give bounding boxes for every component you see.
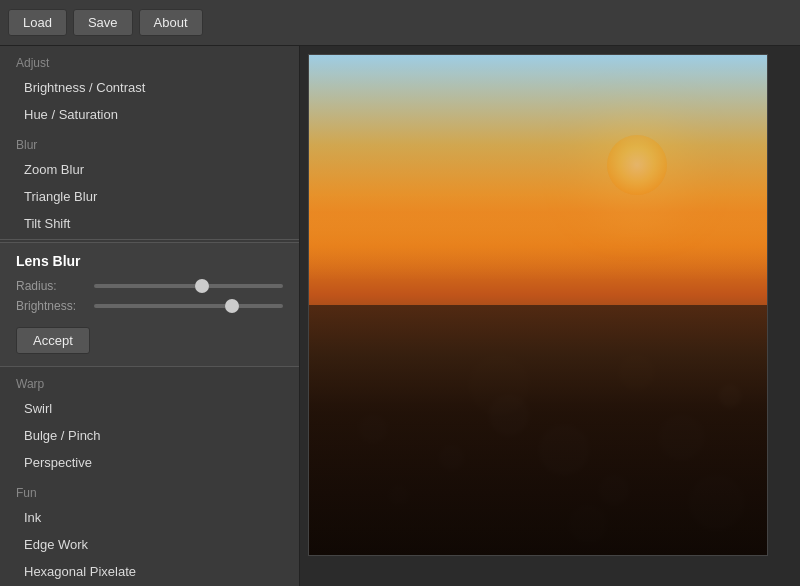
- fun-section-label: Fun: [0, 476, 299, 504]
- radius-label: Radius:: [16, 279, 86, 293]
- sidebar-item-bulge-pinch[interactable]: Bulge / Pinch: [0, 422, 299, 449]
- brightness-slider-track[interactable]: [94, 304, 283, 308]
- brightness-slider-row: Brightness:: [16, 299, 283, 313]
- sidebar-item-tilt-shift[interactable]: Tilt Shift: [0, 210, 299, 237]
- sidebar-item-hexagonal-pixelate[interactable]: Hexagonal Pixelate: [0, 558, 299, 585]
- sidebar-item-ink[interactable]: Ink: [0, 504, 299, 531]
- blur-section-label: Blur: [0, 128, 299, 156]
- canvas-area: [300, 46, 800, 586]
- sidebar-item-edge-work[interactable]: Edge Work: [0, 531, 299, 558]
- radius-slider-row: Radius:: [16, 279, 283, 293]
- brightness-label: Brightness:: [16, 299, 86, 313]
- lens-blur-title: Lens Blur: [16, 253, 283, 269]
- lens-blur-section: Lens Blur Radius: Brightness: Accept: [0, 242, 299, 367]
- brightness-slider-thumb[interactable]: [225, 299, 239, 313]
- sidebar: Adjust Brightness / Contrast Hue / Satur…: [0, 46, 300, 586]
- toolbar: Load Save About: [0, 0, 800, 46]
- sidebar-item-swirl[interactable]: Swirl: [0, 395, 299, 422]
- about-button[interactable]: About: [139, 9, 203, 36]
- sidebar-item-zoom-blur[interactable]: Zoom Blur: [0, 156, 299, 183]
- main-layout: Adjust Brightness / Contrast Hue / Satur…: [0, 46, 800, 586]
- divider: [0, 239, 299, 240]
- adjust-section-label: Adjust: [0, 46, 299, 74]
- accept-button[interactable]: Accept: [16, 327, 90, 354]
- sidebar-item-hue-saturation[interactable]: Hue / Saturation: [0, 101, 299, 128]
- radius-slider-thumb[interactable]: [195, 279, 209, 293]
- save-button[interactable]: Save: [73, 9, 133, 36]
- sidebar-item-triangle-blur[interactable]: Triangle Blur: [0, 183, 299, 210]
- sidebar-item-brightness-contrast[interactable]: Brightness / Contrast: [0, 74, 299, 101]
- water-overlay: [309, 305, 767, 555]
- radius-slider-track[interactable]: [94, 284, 283, 288]
- load-button[interactable]: Load: [8, 9, 67, 36]
- warp-section-label: Warp: [0, 367, 299, 395]
- sidebar-item-perspective[interactable]: Perspective: [0, 449, 299, 476]
- sky-overlay: [309, 55, 767, 280]
- image-canvas: [308, 54, 768, 556]
